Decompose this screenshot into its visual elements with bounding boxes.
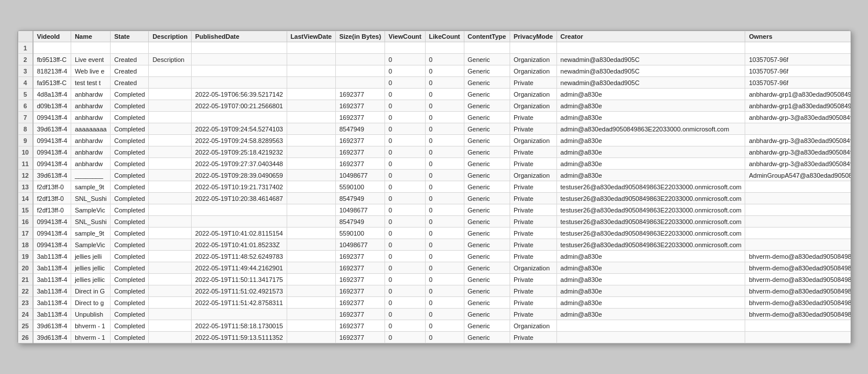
table-cell: Generic <box>464 251 510 262</box>
table-cell: 0 <box>385 146 426 158</box>
table-cell: testuser26@a830edad9050849863E22033000.o… <box>556 239 745 251</box>
table-cell <box>556 42 745 54</box>
column-header-rownum <box>18 31 33 42</box>
table-row[interactable]: 193ab113ff-4jellies jelliCompleted2022-0… <box>18 251 851 262</box>
table-cell: 3ab113ff-4 <box>33 251 71 262</box>
table-cell: 19 <box>18 251 33 262</box>
table-cell: newadmin@a830edad905C <box>556 54 745 65</box>
table-row[interactable]: 13f2df13ff-0sample_9tCompleted2022-05-19… <box>18 181 851 193</box>
table-row[interactable]: 11099413ff-4anbhardwCompleted2022-05-19T… <box>18 158 851 170</box>
table-row[interactable]: 14f2df13ff-0SNL_SushiCompleted2022-05-19… <box>18 193 851 204</box>
table-cell: d09b13ff-4 <box>33 100 71 112</box>
table-row[interactable]: 233ab113ff-4Direct to gCompleted2022-05-… <box>18 297 851 309</box>
table-cell: 0 <box>385 135 426 146</box>
table-cell <box>149 204 192 216</box>
table-cell: Organization <box>510 262 556 274</box>
table-row[interactable]: 18099413ff-4SampleVicCompleted2022-05-19… <box>18 239 851 251</box>
table-cell: 5590100 <box>335 228 384 239</box>
table-cell: Direct to g <box>71 297 111 309</box>
table-row[interactable]: 839d613ff-4aaaaaaaaaCompleted2022-05-19T… <box>18 123 851 135</box>
table-cell: 099413ff-4 <box>33 135 71 146</box>
table-cell: Completed <box>111 158 149 170</box>
table-row[interactable]: 2639d613ff-4bhverm - 1Completed2022-05-1… <box>18 332 851 343</box>
table-cell: anbhardw-grp-3@a830edad9050849863E220330… <box>745 158 851 170</box>
table-cell: SNL_Sushi <box>71 193 111 204</box>
table-cell: 1692377 <box>335 320 384 332</box>
table-row[interactable]: 9099413ff-4anbhardwCompleted2022-05-19T0… <box>18 135 851 146</box>
table-cell <box>149 77 192 89</box>
table-row[interactable]: 223ab113ff-4Direct in GCompleted2022-05-… <box>18 285 851 297</box>
table-cell: admin@a830e <box>556 297 745 309</box>
scroll-wrapper[interactable]: VideoIdNameStateDescriptionPublishedDate… <box>18 31 851 343</box>
table-cell: Completed <box>111 170 149 181</box>
table-cell: Organization <box>510 320 556 332</box>
table-row[interactable]: 10099413ff-4anbhardwCompleted2022-05-19T… <box>18 146 851 158</box>
table-cell: 0 <box>385 89 426 100</box>
table-cell: Completed <box>111 146 149 158</box>
table-row[interactable]: 1239d613ff-4________Completed2022-05-19T… <box>18 170 851 181</box>
table-cell <box>149 112 192 123</box>
table-cell: admin@a830edad9050849863E22033000.onmicr… <box>556 123 745 135</box>
table-cell: Organization <box>510 135 556 146</box>
table-cell: jellies jelli <box>71 251 111 262</box>
table-cell: 3ab113ff-4 <box>33 262 71 274</box>
table-cell <box>287 181 335 193</box>
table-row[interactable]: 2539d613ff-4bhverm - 1Completed2022-05-1… <box>18 320 851 332</box>
table-cell: aaaaaaaaa <box>71 123 111 135</box>
column-header-Creator: Creator <box>556 31 745 42</box>
table-row[interactable]: 4fa9513ff-Ctest test tCreated00GenericPr… <box>18 77 851 89</box>
table-cell <box>149 320 192 332</box>
table-cell: 10498677 <box>335 170 384 181</box>
table-cell: Completed <box>111 123 149 135</box>
table-cell: Generic <box>464 181 510 193</box>
column-header-Description: Description <box>149 31 192 42</box>
table-row[interactable]: 213ab113ff-4jellies jellicCompleted2022-… <box>18 274 851 285</box>
data-table: VideoIdNameStateDescriptionPublishedDate… <box>18 31 851 343</box>
table-cell: 11 <box>18 158 33 170</box>
table-cell: Generic <box>464 100 510 112</box>
table-row[interactable]: 15f2df13ff-0SampleVicCompleted1049867700… <box>18 204 851 216</box>
table-cell <box>287 251 335 262</box>
table-cell: 0 <box>385 332 426 343</box>
table-cell: 3ab113ff-4 <box>33 274 71 285</box>
table-cell: Private <box>510 158 556 170</box>
table-cell: bhverm-demo@a830edad9050849863E22033000.… <box>745 251 851 262</box>
table-cell <box>745 239 851 251</box>
table-row[interactable]: 243ab113ff-4UnpublishCompleted169237700G… <box>18 309 851 320</box>
table-cell: Completed <box>111 262 149 274</box>
table-cell: admin@a830e <box>556 251 745 262</box>
table-cell: 4 <box>18 77 33 89</box>
table-cell: 5590100 <box>335 181 384 193</box>
table-cell <box>385 42 426 54</box>
table-cell: 0 <box>425 332 464 343</box>
table-cell: AdminGroupA547@a830edad9050849863E220330… <box>745 170 851 181</box>
table-row[interactable]: 6d09b13ff-4anbhardwCompleted2022-05-19T0… <box>18 100 851 112</box>
table-row[interactable]: 16099413ff-4SNL_SushiCompleted854794900G… <box>18 216 851 228</box>
table-cell <box>149 274 192 285</box>
table-cell: 14 <box>18 193 33 204</box>
table-cell: Generic <box>464 204 510 216</box>
table-cell <box>149 123 192 135</box>
table-cell: SNL_Sushi <box>71 216 111 228</box>
table-cell: 0 <box>425 123 464 135</box>
table-row[interactable]: 54d8a13ff-4anbhardwCompleted2022-05-19T0… <box>18 89 851 100</box>
table-cell <box>745 42 851 54</box>
table-cell: Generic <box>464 135 510 146</box>
table-row[interactable]: 2fb9513ff-CLive eventCreatedDescription0… <box>18 54 851 65</box>
table-cell: 0 <box>425 309 464 320</box>
table-cell <box>149 170 192 181</box>
table-row[interactable]: 1 <box>18 42 851 54</box>
table-row[interactable]: 7099413ff-4anbhardwCompleted169237700Gen… <box>18 112 851 123</box>
table-row[interactable]: 3818213ff-4Web live eCreated00GenericOrg… <box>18 65 851 77</box>
table-cell: testuser26@a830edad9050849863E22033000.o… <box>556 204 745 216</box>
table-cell: Generic <box>464 170 510 181</box>
table-cell: 0 <box>385 54 426 65</box>
table-row[interactable]: 203ab113ff-4jellies jellicCompleted2022-… <box>18 262 851 274</box>
table-cell: 0 <box>425 193 464 204</box>
table-cell: Organization <box>510 100 556 112</box>
table-cell: 818213ff-4 <box>33 65 71 77</box>
table-cell: Generic <box>464 309 510 320</box>
table-cell: Completed <box>111 297 149 309</box>
table-cell: 2022-05-19T09:24:54.5274103 <box>191 123 287 135</box>
table-row[interactable]: 17099413ff-4sample_9tCompleted2022-05-19… <box>18 228 851 239</box>
